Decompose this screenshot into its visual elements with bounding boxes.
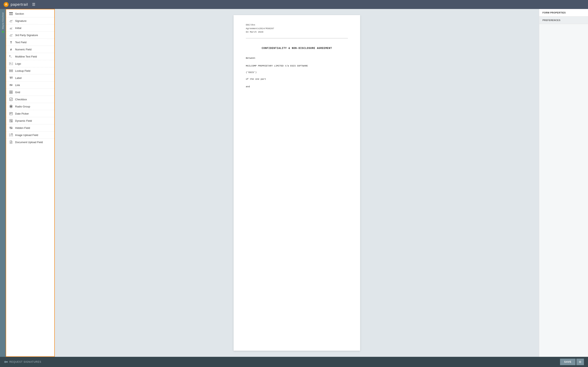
svg-rect-14 xyxy=(9,69,13,70)
component-item-section[interactable]: Section xyxy=(6,10,54,17)
svg-rect-33 xyxy=(11,121,12,122)
component-label-multiline-text: Multiline Text Field xyxy=(15,55,37,58)
radio-group-icon xyxy=(9,104,13,108)
component-label-3rd-party-sig: 3rd Party Signature xyxy=(15,34,38,37)
preferences-tab[interactable]: PREFERENCES xyxy=(539,17,588,24)
logo-area: papertrail xyxy=(3,2,28,7)
doc-divider xyxy=(246,38,348,38)
doc-meta: DGC/dvs Agreements2014/M30207 03 March 2… xyxy=(246,23,348,34)
doc-company-abbr: ('EGIS') xyxy=(246,71,348,75)
component-item-logo[interactable]: Logo xyxy=(6,60,54,67)
doc-meta-line2: Agreements2014/M30207 xyxy=(246,27,348,31)
component-label-signature: Signature xyxy=(15,19,26,22)
component-label-link: Link xyxy=(15,83,20,87)
component-label-label: Label xyxy=(15,76,22,80)
svg-rect-29 xyxy=(11,114,11,114)
svg-rect-30 xyxy=(9,119,11,120)
component-item-initial[interactable]: Initial xyxy=(6,25,54,32)
svg-rect-19 xyxy=(9,92,11,94)
settings-icon: ⚙ xyxy=(579,360,581,364)
component-item-document-upload-field[interactable]: Document Upload Field xyxy=(6,139,54,146)
document-area: DGC/dvs Agreements2014/M30207 03 March 2… xyxy=(55,9,539,357)
text-field-icon: T xyxy=(9,40,13,44)
component-item-image-upload-field[interactable]: Image Upload Field xyxy=(6,132,54,139)
svg-rect-4 xyxy=(9,13,13,14)
3rd-party-sig-icon xyxy=(9,33,13,37)
app-logo-icon xyxy=(3,2,9,7)
component-label-radio-group: Radio Group xyxy=(15,105,30,108)
request-sig-label: REQUEST SIGNATURES xyxy=(9,360,41,363)
svg-rect-5 xyxy=(9,14,13,15)
component-item-label[interactable]: TT Label xyxy=(6,75,54,82)
doc-and-label: and xyxy=(246,85,348,89)
user-name: Wayne Kirschner xyxy=(2,12,4,29)
component-item-hidden-field[interactable]: Hidden Field xyxy=(6,124,54,132)
svg-text:T: T xyxy=(11,57,12,58)
user-sidebar: Wayne Kirschner xyxy=(0,9,6,357)
svg-rect-12 xyxy=(9,62,13,65)
svg-rect-32 xyxy=(9,121,11,122)
component-label-doc-upload: Document Upload Field xyxy=(15,141,43,144)
settings-button[interactable]: ⚙ xyxy=(576,359,584,365)
component-label-initial: Initial xyxy=(15,26,21,30)
doc-meta-line3: 03 March 2020 xyxy=(246,30,348,34)
component-item-date-picker[interactable]: Date Picker xyxy=(6,110,54,117)
svg-rect-31 xyxy=(11,119,12,120)
doc-party-label: of the one part xyxy=(246,77,348,81)
initial-icon xyxy=(9,26,13,30)
component-item-multiline-text-field[interactable]: TT Multiline Text Field xyxy=(6,53,54,60)
svg-rect-21 xyxy=(9,98,12,101)
signature-icon xyxy=(9,19,13,23)
component-item-radio-group[interactable]: Radio Group xyxy=(6,103,54,110)
form-properties-tab[interactable]: FORM PROPERTIES xyxy=(539,9,588,17)
svg-rect-20 xyxy=(11,92,12,94)
hidden-field-icon xyxy=(9,126,13,130)
multiline-text-icon: TT xyxy=(9,54,13,58)
svg-rect-17 xyxy=(9,91,11,92)
bottom-bar: REQUEST SIGNATURES SAVE ⚙ xyxy=(0,357,588,367)
app-header: papertrail ☰ xyxy=(0,0,588,9)
link-icon xyxy=(9,83,13,87)
component-item-text-field[interactable]: T Text Field xyxy=(6,39,54,46)
doc-company-name: MAILCOMP PROPRIETARY LIMITED t/a EGIS SO… xyxy=(246,64,348,68)
svg-rect-15 xyxy=(9,70,13,71)
component-item-lookup-field[interactable]: Lookup Field xyxy=(6,67,54,75)
svg-rect-3 xyxy=(9,12,13,13)
numeric-field-icon: # xyxy=(9,47,13,51)
component-item-grid[interactable]: Grid xyxy=(6,89,54,96)
doc-between-section: Between xyxy=(246,57,348,60)
component-label-numeric-field: Numeric Field xyxy=(15,48,31,51)
component-label-logo: Logo xyxy=(15,62,21,65)
date-picker-icon xyxy=(9,111,13,116)
component-label-checkbox: Checkbox xyxy=(15,98,27,101)
user-status-dot xyxy=(2,31,4,33)
doc-title: CONFIDENTIALITY & NON-DISCLOSURE AGREEME… xyxy=(246,47,348,50)
component-item-checkbox[interactable]: Checkbox xyxy=(6,96,54,103)
menu-icon[interactable]: ☰ xyxy=(32,2,35,7)
svg-marker-41 xyxy=(4,360,8,363)
component-item-numeric-field[interactable]: # Numeric Field xyxy=(6,46,54,53)
save-button[interactable]: SAVE xyxy=(560,359,576,365)
component-item-3rd-party-signature[interactable]: 3rd Party Signature xyxy=(6,32,54,39)
section-icon xyxy=(9,12,13,16)
component-label-text-field: Text Field xyxy=(15,41,26,44)
svg-rect-16 xyxy=(9,71,13,72)
svg-rect-28 xyxy=(10,114,11,114)
component-label-lookup-field: Lookup Field xyxy=(15,69,30,72)
lookup-field-icon xyxy=(9,69,13,73)
component-label-grid: Grid xyxy=(15,91,20,94)
component-item-dynamic-field[interactable]: Dynamic Field xyxy=(6,117,54,124)
component-label-section: Section xyxy=(15,12,24,15)
doc-and-section: and xyxy=(246,85,348,89)
app-name: papertrail xyxy=(11,2,28,7)
component-item-link[interactable]: Link xyxy=(6,82,54,89)
document-upload-icon xyxy=(9,140,13,144)
component-label-hidden-field: Hidden Field xyxy=(15,126,30,129)
svg-rect-18 xyxy=(11,91,12,92)
grid-icon xyxy=(9,90,13,94)
svg-point-23 xyxy=(10,106,12,107)
component-item-signature[interactable]: Signature xyxy=(6,17,54,25)
svg-rect-6 xyxy=(9,15,13,15)
request-signatures-button[interactable]: REQUEST SIGNATURES xyxy=(4,360,41,363)
doc-company-section: MAILCOMP PROPRIETARY LIMITED t/a EGIS SO… xyxy=(246,64,348,81)
